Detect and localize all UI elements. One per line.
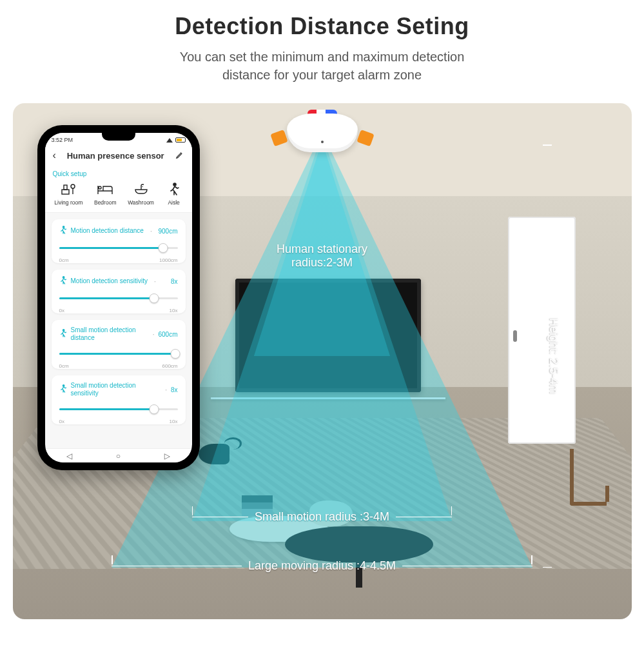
page-title: Detection Distance Seting (26, 13, 618, 40)
label-stationary-l2: radius:2-3M (291, 256, 353, 269)
washroom-icon (133, 183, 150, 197)
subtitle-line1: You can set the minimum and maximum dete… (180, 50, 465, 64)
runner-icon (59, 329, 67, 339)
quick-aisle[interactable]: Aisle (166, 183, 182, 206)
nav-back[interactable]: ◁ (66, 452, 72, 461)
android-navbar: ◁ ○ ◁ (45, 448, 192, 462)
setting-card: Small motion detection distance·600cm0cm… (52, 320, 186, 369)
setting-card: Motion detection sensitivity·8x0x10x (52, 270, 186, 313)
svg-rect-1 (64, 185, 67, 190)
settings-cards: Motion detection distance·900cm0cm1000cm… (45, 213, 192, 431)
slider-max: 10x (170, 308, 178, 313)
app-title: Human presence sensor (67, 151, 164, 161)
quick-label: Washroom (128, 199, 154, 206)
edit-button[interactable] (175, 150, 184, 161)
slider-min: 0cm (59, 363, 69, 369)
setting-value: 8x (171, 386, 178, 393)
svg-point-7 (63, 385, 64, 387)
status-time: 3:52 PM (52, 137, 73, 143)
slider-min: 0cm (59, 257, 69, 263)
setting-value: 900cm (158, 228, 177, 235)
scene-illustration: Human stationary radius:2-3M Small motio… (13, 103, 632, 619)
setting-name: Small motion detection sensitivity (71, 382, 159, 397)
slider-max: 1000cm (159, 257, 177, 263)
setting-card: Small motion detection sensitivity·8x0x1… (52, 375, 186, 424)
phone-mockup: 3:52 PM ‹ Human presence sensor Quick se… (37, 125, 200, 470)
aisle-icon (166, 183, 182, 197)
setting-card: Motion detection distance·900cm0cm1000cm (52, 219, 186, 263)
setting-slider[interactable]: 0cm1000cm (59, 241, 178, 255)
svg-rect-0 (62, 190, 69, 194)
quick-label: Living room (54, 199, 83, 206)
setting-name: Motion detection sensitivity (71, 277, 148, 285)
setting-name: Motion detection distance (71, 227, 144, 235)
quick-setup-row: Living room Bedroom Washroom (45, 180, 192, 213)
setting-name: Small motion detection distance (71, 326, 146, 342)
svg-point-3 (173, 183, 176, 186)
setting-value: 8x (171, 278, 178, 285)
slider-min: 0x (59, 419, 64, 424)
slider-max: 600cm (162, 363, 177, 369)
nav-recent[interactable]: ◁ (164, 452, 170, 461)
living-room-icon (60, 183, 77, 197)
quick-label: Aisle (168, 199, 179, 206)
dim-height: Height: 2.5-4m (547, 144, 560, 568)
dim-small-motion-text: Small motion radius :3-4M (248, 510, 396, 524)
runner-icon (59, 226, 67, 236)
page-subtitle: You can set the minimum and maximum dete… (26, 48, 618, 84)
svg-point-6 (63, 330, 64, 332)
dim-height-text: Height: 2.5-4m (547, 313, 560, 399)
quick-setup-label: Quick setup (45, 166, 192, 180)
setting-slider[interactable]: 0cm600cm (59, 347, 178, 361)
battery-icon (175, 137, 186, 143)
quick-label: Bedroom (94, 199, 117, 206)
sensor-device (277, 114, 367, 159)
setting-slider[interactable]: 0x10x (59, 292, 178, 306)
phone-notch (102, 133, 135, 141)
dim-large-motion: Large moving radius :4-4.5M (112, 559, 532, 573)
quick-washroom[interactable]: Washroom (128, 183, 154, 206)
subtitle-line2: distance for your target alarm zone (222, 68, 422, 82)
wifi-icon (166, 138, 173, 143)
setting-slider[interactable]: 0x10x (59, 402, 178, 417)
chair (570, 449, 607, 506)
svg-point-5 (63, 277, 64, 279)
svg-point-4 (63, 226, 64, 228)
runner-icon (59, 384, 67, 395)
bedroom-icon (97, 183, 113, 197)
nav-home[interactable]: ○ (116, 452, 121, 461)
slider-min: 0x (59, 308, 64, 313)
slider-max: 10x (170, 419, 178, 424)
quick-bedroom[interactable]: Bedroom (94, 183, 117, 206)
back-button[interactable]: ‹ (53, 150, 56, 161)
dim-small-motion: Small motion radius :3-4M (192, 510, 452, 524)
setting-value: 600cm (158, 331, 177, 338)
svg-point-2 (71, 184, 75, 188)
quick-living-room[interactable]: Living room (54, 183, 83, 206)
label-stationary-l1: Human stationary (277, 243, 367, 255)
runner-icon (59, 276, 67, 286)
app-title-bar: ‹ Human presence sensor (45, 144, 192, 166)
dim-large-motion-text: Large moving radius :4-4.5M (242, 559, 402, 573)
